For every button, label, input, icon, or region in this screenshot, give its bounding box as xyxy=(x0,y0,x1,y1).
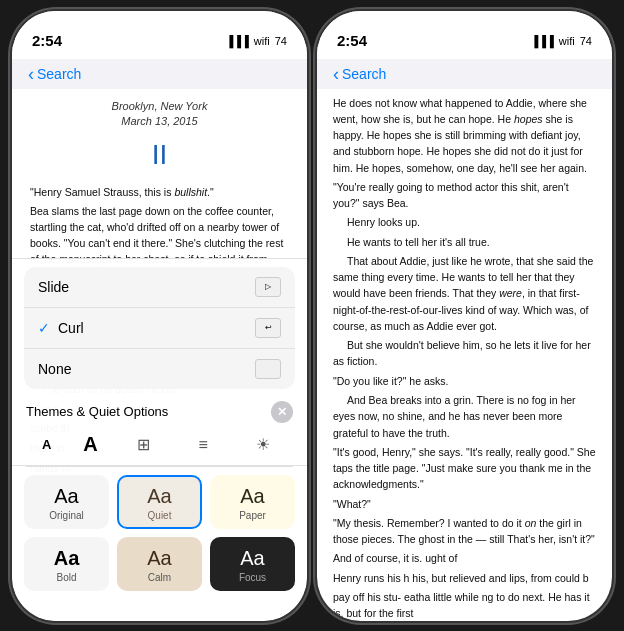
book-header: Brooklyn, New YorkMarch 13, 2015 II xyxy=(30,99,289,177)
paper-aa: Aa xyxy=(222,485,283,508)
font-increase-button[interactable]: A xyxy=(83,433,97,456)
theme-grid: Aa Original Aa Quiet Aa Paper xyxy=(12,467,307,601)
right-phone: 2:54 ▐▐▐ wifi 74 ‹ Search He does not kn… xyxy=(317,11,612,621)
curl-checkmark: ✓ xyxy=(38,320,50,336)
font-decrease-button[interactable]: A xyxy=(42,437,51,452)
font-style-button[interactable]: ⊞ xyxy=(129,431,157,459)
back-label-left: Search xyxy=(37,66,81,82)
theme-quiet[interactable]: Aa Quiet xyxy=(117,475,202,529)
right-para-7: "Do you like it?" he asks. xyxy=(333,373,596,389)
transition-curl[interactable]: ✓ Curl ↩ xyxy=(24,308,295,349)
transition-menu: Slide ▷ ✓ Curl ↩ None xyxy=(24,267,295,389)
themes-header: Themes & Quiet Options ✕ xyxy=(12,395,307,427)
slide-icon: ▷ xyxy=(255,277,281,297)
transition-slide[interactable]: Slide ▷ xyxy=(24,267,295,308)
status-icons-right: ▐▐▐ wifi 74 xyxy=(530,35,592,47)
status-bar-left: 2:54 ▐▐▐ wifi 74 xyxy=(12,11,307,59)
focus-label: Focus xyxy=(222,572,283,583)
right-para-14: pay off his stu- eatha little while ng t… xyxy=(333,589,596,621)
wifi-icon-right: wifi xyxy=(559,35,575,47)
theme-focus[interactable]: Aa Focus xyxy=(210,537,295,591)
curl-icon: ↩ xyxy=(255,318,281,338)
none-label: None xyxy=(38,361,71,377)
signal-icon-right: ▐▐▐ xyxy=(530,35,553,47)
calm-label: Calm xyxy=(129,572,190,583)
bold-label: Bold xyxy=(36,572,97,583)
right-para-6: But she wouldn't believe him, so he lets… xyxy=(333,337,596,370)
wifi-icon: wifi xyxy=(254,35,270,47)
original-label: Original xyxy=(36,510,97,521)
time-left: 2:54 xyxy=(32,32,62,49)
right-para-3: Henry looks up. xyxy=(333,214,596,230)
theme-bold[interactable]: Aa Bold xyxy=(24,537,109,591)
nav-bar-left: ‹ Search xyxy=(12,59,307,89)
theme-original[interactable]: Aa Original xyxy=(24,475,109,529)
back-icon-right: ‹ xyxy=(333,65,339,83)
focus-aa: Aa xyxy=(222,547,283,570)
bottom-panel: Slide ▷ ✓ Curl ↩ None xyxy=(12,258,307,621)
curl-label: Curl xyxy=(58,320,84,336)
right-para-1: He does not know what happened to Addie,… xyxy=(333,95,596,176)
quiet-aa: Aa xyxy=(129,485,190,508)
quiet-label: Quiet xyxy=(129,510,190,521)
phones-container: 2:54 ▐▐▐ wifi 74 ‹ Search Brooklyn, New … xyxy=(12,11,612,621)
back-icon-left: ‹ xyxy=(28,65,34,83)
right-para-9: "It's good, Henry," she says. "It's real… xyxy=(333,444,596,493)
paper-label: Paper xyxy=(222,510,283,521)
right-book-content: He does not know what happened to Addie,… xyxy=(317,89,612,621)
book-location: Brooklyn, New YorkMarch 13, 2015 xyxy=(30,99,289,130)
original-aa: Aa xyxy=(36,485,97,508)
book-para-1: "Henry Samuel Strauss, this is bullshit.… xyxy=(30,185,289,201)
brightness-button[interactable]: ☀ xyxy=(249,431,277,459)
right-para-11: "My thesis. Remember? I wanted to do it … xyxy=(333,515,596,548)
right-para-12: And of course, it is. ught of xyxy=(333,550,596,566)
right-para-13: Henry runs his h his, but relieved and l… xyxy=(333,570,596,586)
transition-none[interactable]: None xyxy=(24,349,295,389)
nav-bar-right: ‹ Search xyxy=(317,59,612,89)
calm-aa: Aa xyxy=(129,547,190,570)
chapter-number: II xyxy=(30,133,289,176)
back-label-right: Search xyxy=(342,66,386,82)
quiet-options-label: Quiet Options xyxy=(89,404,169,419)
back-button-left[interactable]: ‹ Search xyxy=(28,65,81,83)
none-icon xyxy=(255,359,281,379)
battery-left: 74 xyxy=(275,35,287,47)
signal-icon: ▐▐▐ xyxy=(225,35,248,47)
status-bar-right: 2:54 ▐▐▐ wifi 74 xyxy=(317,11,612,59)
aa-controls: A A ⊞ ≡ ☀ xyxy=(12,427,307,466)
theme-paper[interactable]: Aa Paper xyxy=(210,475,295,529)
right-para-4: He wants to tell her it's all true. xyxy=(333,234,596,250)
theme-calm[interactable]: Aa Calm xyxy=(117,537,202,591)
bold-aa: Aa xyxy=(36,547,97,570)
right-para-5: That about Addie, just like he wrote, th… xyxy=(333,253,596,334)
themes-title: Themes & Quiet Options xyxy=(26,404,168,419)
slide-label: Slide xyxy=(38,279,69,295)
close-button[interactable]: ✕ xyxy=(271,401,293,423)
battery-right: 74 xyxy=(580,35,592,47)
status-icons-left: ▐▐▐ wifi 74 xyxy=(225,35,287,47)
right-para-2: "You're really going to method actor thi… xyxy=(333,179,596,212)
right-para-10: "What?" xyxy=(333,496,596,512)
left-phone: 2:54 ▐▐▐ wifi 74 ‹ Search Brooklyn, New … xyxy=(12,11,307,621)
back-button-right[interactable]: ‹ Search xyxy=(333,65,386,83)
right-para-8: And Bea breaks into a grin. There is no … xyxy=(333,392,596,441)
time-right: 2:54 xyxy=(337,32,367,49)
layout-button[interactable]: ≡ xyxy=(189,431,217,459)
